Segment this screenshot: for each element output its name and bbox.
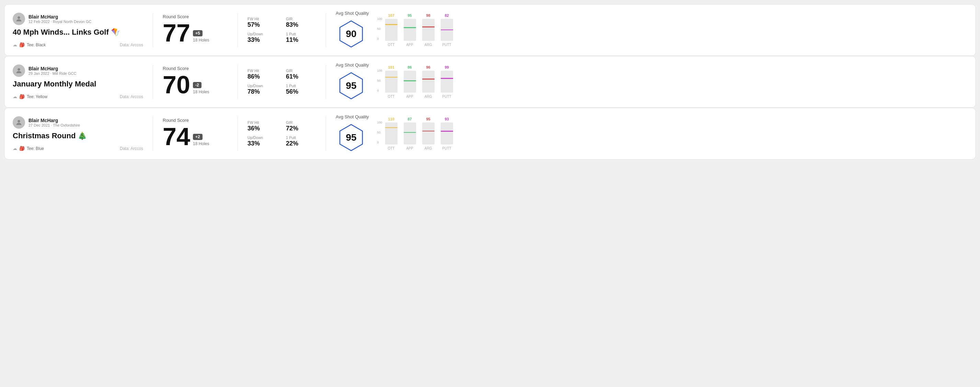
score-section: Round Score74+218 Holes xyxy=(163,118,228,149)
bar-indicator-line xyxy=(385,77,398,78)
bar-top-label: 110 xyxy=(388,117,394,121)
stat-label-updown: Up/Down xyxy=(248,84,278,88)
bar-wrapper xyxy=(422,19,434,41)
bar-indicator-line xyxy=(422,26,434,27)
avatar xyxy=(13,13,25,25)
bar-bottom-label: ARG xyxy=(425,146,432,150)
stat-fw-hit: FW Hit36% xyxy=(248,121,278,132)
hexagon-container: 95 xyxy=(336,122,367,153)
stat-value-updown: 33% xyxy=(248,36,278,44)
svg-point-1 xyxy=(18,68,20,71)
round-title: January Monthly Medal xyxy=(13,79,143,89)
round-card: Blair McHarg12 Feb 2022 · Royal North De… xyxy=(4,4,976,56)
weather-icon: ☁ xyxy=(13,94,17,99)
weather-icon: ☁ xyxy=(13,42,17,48)
y-axis-label: 0 xyxy=(377,37,382,40)
bar-group-arg: 95ARG xyxy=(421,117,436,150)
tee-label: Tee: Blue xyxy=(27,146,44,151)
round-left-section: Blair McHarg29 Jan 2022 · Mill Ride GCCJ… xyxy=(13,65,143,99)
quality-left: Avg Shot Quality90 xyxy=(336,11,369,49)
bar-chart-wrapper: 100500110OTT87APP95ARG93PUTT xyxy=(377,117,455,150)
quality-label: Avg Shot Quality xyxy=(336,62,369,68)
score-number: 74 xyxy=(163,124,190,149)
tee-label: Tee: Black xyxy=(27,43,46,48)
bar-group-ott: 101OTT xyxy=(384,65,399,98)
bar-indicator-line xyxy=(441,78,453,79)
y-axis-label: 0 xyxy=(377,141,382,144)
user-row: Blair McHarg29 Jan 2022 · Mill Ride GCC xyxy=(13,65,143,77)
stat-label-fw-hit: FW Hit xyxy=(248,121,278,125)
bar-top-label: 96 xyxy=(426,65,430,69)
bar-bottom-label: PUTT xyxy=(442,43,451,47)
quality-label: Avg Shot Quality xyxy=(336,11,369,16)
tee-info: ☁🎒Tee: Black xyxy=(13,42,46,48)
round-title: 40 Mph Winds... Links Golf 🪁 xyxy=(13,28,143,37)
bar-wrapper xyxy=(422,71,434,93)
quality-section: Avg Shot Quality95100500101OTT86APP96ARG… xyxy=(336,62,967,101)
score-badge: -2 xyxy=(193,82,202,88)
y-axis-label: 100 xyxy=(377,17,382,21)
bar-wrapper xyxy=(441,19,453,41)
quality-left: Avg Shot Quality95 xyxy=(336,114,369,153)
quality-score: 95 xyxy=(346,80,356,91)
bag-icon: 🎒 xyxy=(19,42,25,48)
bar-bottom-label: ARG xyxy=(425,43,432,47)
bar-top-label: 86 xyxy=(408,65,412,69)
bar-top-label: 95 xyxy=(408,13,412,17)
y-axis-label: 50 xyxy=(377,131,382,134)
quality-section: Avg Shot Quality90100500107OTT95APP98ARG… xyxy=(336,11,967,49)
stat-updown: Up/Down78% xyxy=(248,84,278,95)
bar-bottom-label: OTT xyxy=(388,43,395,47)
bar-bottom-label: PUTT xyxy=(442,95,451,98)
stat-updown: Up/Down33% xyxy=(248,32,278,44)
stat-gir: GIR72% xyxy=(286,121,316,132)
stat-label-gir: GIR xyxy=(286,121,316,125)
y-axis-labels: 100500 xyxy=(377,69,382,92)
stats-section: FW Hit36%GIR72%Up/Down33%1 Putt22% xyxy=(248,121,316,147)
score-holes: 18 Holes xyxy=(193,38,209,43)
stat-label-fw-hit: FW Hit xyxy=(248,17,278,21)
data-source: Data: Arccos xyxy=(120,146,143,151)
y-axis-label: 0 xyxy=(377,89,382,92)
stats-section: FW Hit86%GIR61%Up/Down78%1 Putt56% xyxy=(248,68,316,95)
user-row: Blair McHarg27 Dec 2021 · The Oxfordshir… xyxy=(13,116,143,128)
bar-group-arg: 96ARG xyxy=(421,65,436,98)
quality-section: Avg Shot Quality95100500110OTT87APP95ARG… xyxy=(336,114,967,153)
stat-oneputt: 1 Putt11% xyxy=(286,32,316,44)
bar-indicator-line xyxy=(422,131,434,132)
stat-label-oneputt: 1 Putt xyxy=(286,32,316,36)
bar-indicator-line xyxy=(441,30,453,30)
bar-wrapper xyxy=(422,122,434,144)
quality-left: Avg Shot Quality95 xyxy=(336,62,369,101)
hexagon-container: 95 xyxy=(336,70,367,101)
stat-value-fw-hit: 57% xyxy=(248,21,278,29)
user-name: Blair McHarg xyxy=(29,66,76,71)
score-section: Round Score70-218 Holes xyxy=(163,66,228,98)
stat-oneputt: 1 Putt22% xyxy=(286,135,316,147)
bar-group-putt: 93PUTT xyxy=(439,117,455,150)
bar-top-label: 101 xyxy=(388,65,394,69)
avatar xyxy=(13,116,25,128)
user-date: 27 Dec 2021 · The Oxfordshire xyxy=(29,123,80,127)
bar-bottom-label: OTT xyxy=(388,146,395,150)
bar-wrapper xyxy=(385,122,398,144)
bar-group-putt: 99PUTT xyxy=(439,65,455,98)
user-row: Blair McHarg12 Feb 2022 · Royal North De… xyxy=(13,13,143,25)
stats-section: FW Hit57%GIR83%Up/Down33%1 Putt11% xyxy=(248,17,316,44)
bar-group-putt: 82PUTT xyxy=(439,13,455,47)
stat-label-updown: Up/Down xyxy=(248,135,278,140)
stat-fw-hit: FW Hit86% xyxy=(248,68,278,80)
bar-indicator-line xyxy=(385,24,398,25)
stat-gir: GIR61% xyxy=(286,68,316,80)
score-label: Round Score xyxy=(163,118,228,123)
stat-fw-hit: FW Hit57% xyxy=(248,17,278,29)
divider-2 xyxy=(237,13,238,48)
stat-label-updown: Up/Down xyxy=(248,32,278,36)
score-badge: +2 xyxy=(193,134,202,140)
tee-info: ☁🎒Tee: Yellow xyxy=(13,94,48,99)
bar-bottom-label: OTT xyxy=(388,95,395,98)
y-axis-label: 100 xyxy=(377,69,382,72)
bar-indicator-line xyxy=(422,79,434,79)
bar-group-app: 86APP xyxy=(402,65,417,98)
bar-wrapper xyxy=(385,19,398,41)
